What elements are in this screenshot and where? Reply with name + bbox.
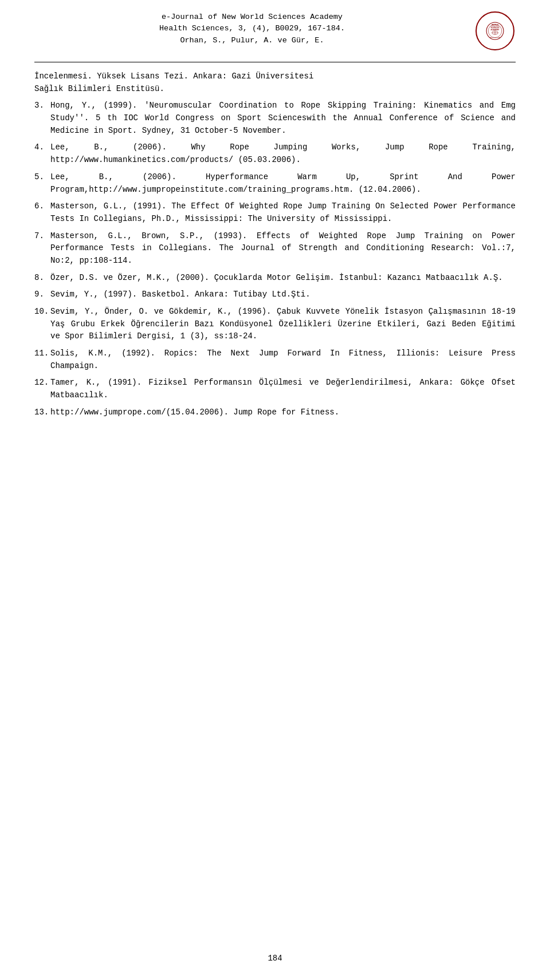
ref-text-5: Lee, B., (2006). Hyperformance Warm Up, … bbox=[50, 171, 516, 196]
list-item: 3. Hong, Y., (1999). 'Neuromuscular Coor… bbox=[34, 100, 516, 137]
list-item: 5. Lee, B., (2006). Hyperformance Warm U… bbox=[34, 171, 516, 196]
ref-number-9: 9. bbox=[34, 289, 50, 301]
list-item: 8. Özer, D.S. ve Özer, M.K., (2000). Çoc… bbox=[34, 272, 516, 284]
ref-number-11: 11. bbox=[34, 347, 50, 372]
logo-circle: WORLD SCIENCES ACADEMY www.devss.com bbox=[476, 11, 514, 50]
list-item: 9. Sevim, Y., (1997). Basketbol. Ankara:… bbox=[34, 289, 516, 301]
ref-number-5: 5. bbox=[34, 171, 50, 196]
journal-info: e-Journal of New World Sciences Academy … bbox=[34, 11, 470, 46]
list-item: 13. http://www.jumprope.com/(15.04.2006)… bbox=[34, 406, 516, 419]
header-divider bbox=[34, 62, 516, 62]
ref-text-10: Sevim, Y., Önder, O. ve Gökdemir, K., (1… bbox=[50, 306, 516, 343]
ref-text-12: Tamer, K., (1991). Fiziksel Performansın… bbox=[50, 377, 516, 401]
svg-text:www.devss.com: www.devss.com bbox=[490, 37, 501, 38]
ref-text-3: Hong, Y., (1999). 'Neuromuscular Coordin… bbox=[50, 100, 516, 137]
page-footer: 184 bbox=[0, 954, 550, 963]
ref-text-13: http://www.jumprope.com/(15.04.2006). Ju… bbox=[50, 406, 516, 419]
list-item: 12. Tamer, K., (1991). Fiziksel Performa… bbox=[34, 377, 516, 401]
list-item: 11. Solis, K.M., (1992). Ropics: The Nex… bbox=[34, 347, 516, 372]
intro-line1: İncelenmesi. Yüksek Lisans Tezi. Ankara:… bbox=[34, 70, 516, 95]
list-item: 4. Lee, B., (2006). Why Rope Jumping Wor… bbox=[34, 141, 516, 166]
page-header: e-Journal of New World Sciences Academy … bbox=[34, 11, 516, 52]
page-number: 184 bbox=[268, 954, 282, 963]
list-item: 10. Sevim, Y., Önder, O. ve Gökdemir, K.… bbox=[34, 306, 516, 343]
ref-number-13: 13. bbox=[34, 406, 50, 419]
journal-line2: Health Sciences, 3, (4), B0029, 167-184. bbox=[34, 23, 470, 34]
ref-number-6: 6. bbox=[34, 200, 50, 225]
list-item: 7. Masterson, G.L., Brown, S.P., (1993).… bbox=[34, 230, 516, 267]
journal-line3: Orhan, S., Pulur, A. ve Gür, E. bbox=[34, 35, 470, 46]
ref-number-10: 10. bbox=[34, 306, 50, 343]
journal-line1: e-Journal of New World Sciences Academy bbox=[34, 11, 470, 23]
ref-text-4: Lee, B., (2006). Why Rope Jumping Works,… bbox=[50, 141, 516, 166]
ref-text-8: Özer, D.S. ve Özer, M.K., (2000). Çocukl… bbox=[50, 272, 516, 284]
list-item: 6. Masterson, G.L., (1991). The Effect O… bbox=[34, 200, 516, 225]
journal-logo: WORLD SCIENCES ACADEMY www.devss.com bbox=[476, 11, 516, 52]
ref-text-7: Masterson, G.L., Brown, S.P., (1993). Ef… bbox=[50, 230, 516, 267]
references-list: 3. Hong, Y., (1999). 'Neuromuscular Coor… bbox=[34, 100, 516, 418]
ref-number-8: 8. bbox=[34, 272, 50, 284]
ref-number-4: 4. bbox=[34, 141, 50, 166]
ref-number-7: 7. bbox=[34, 230, 50, 267]
logo-svg: WORLD SCIENCES ACADEMY www.devss.com bbox=[486, 22, 504, 40]
ref-text-9: Sevim, Y., (1997). Basketbol. Ankara: Tu… bbox=[50, 289, 516, 301]
ref-number-3: 3. bbox=[34, 100, 50, 137]
ref-number-12: 12. bbox=[34, 377, 50, 401]
page-container: e-Journal of New World Sciences Academy … bbox=[0, 0, 550, 980]
logo-inner: WORLD SCIENCES ACADEMY www.devss.com bbox=[477, 13, 513, 49]
ref-text-6: Masterson, G.L., (1991). The Effect Of W… bbox=[50, 200, 516, 225]
ref-text-11: Solis, K.M., (1992). Ropics: The Next Ju… bbox=[50, 347, 516, 372]
svg-text:ACADEMY: ACADEMY bbox=[491, 29, 500, 31]
intro-text: İncelenmesi. Yüksek Lisans Tezi. Ankara:… bbox=[34, 70, 516, 95]
